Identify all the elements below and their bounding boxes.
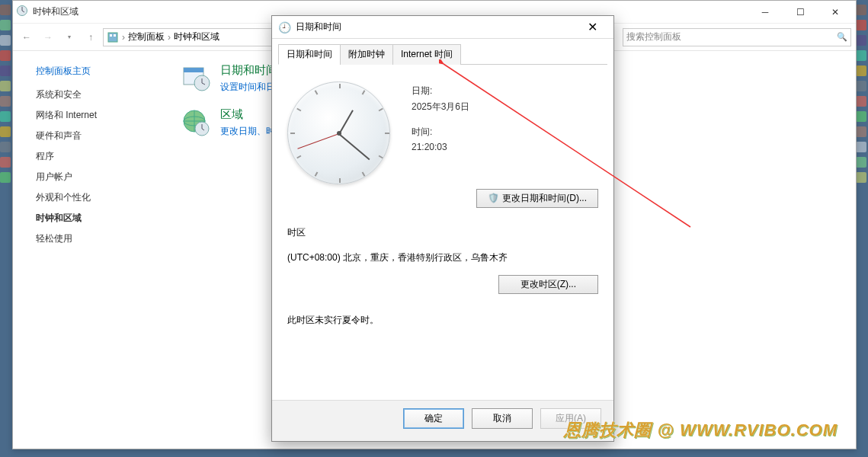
search-icon: 🔍 [837, 32, 847, 42]
dialog-close-button[interactable]: ✕ [577, 17, 607, 38]
dialog-titlebar[interactable]: 🕘 日期和时间 ✕ [272, 16, 613, 39]
svg-rect-2 [110, 34, 112, 37]
back-button[interactable]: ← [18, 28, 36, 46]
sidebar-item-appearance[interactable]: 外观和个性化 [36, 191, 158, 204]
tab-datetime[interactable]: 日期和时间 [278, 44, 341, 65]
up-button[interactable]: ↑ [82, 28, 100, 46]
svg-rect-5 [184, 68, 203, 72]
dialog-title: 日期和时间 [296, 21, 341, 34]
globe-clock-icon [181, 107, 211, 138]
date-label: 日期: [412, 85, 469, 97]
dialog-button-row: 确定 取消 应用(A) [272, 400, 613, 441]
svg-rect-1 [108, 33, 117, 42]
datetime-dialog: 🕘 日期和时间 ✕ 日期和时间 附加时钟 Internet 时间 日期: 202… [271, 15, 614, 442]
timezone-value: (UTC+08:00) 北京，重庆，香港特别行政区，乌鲁木齐 [287, 251, 598, 264]
sidebar-item-system-security[interactable]: 系统和安全 [36, 88, 158, 101]
button-label: 更改日期和时间(D)... [502, 193, 587, 203]
datetime-readout: 日期: 2025年3月6日 时间: 21:20:03 [412, 81, 469, 184]
calendar-clock-icon [181, 63, 211, 94]
desktop-right-strip [856, 0, 868, 457]
change-datetime-button[interactable]: 🛡️更改日期和时间(D)... [476, 189, 598, 208]
forward-button[interactable]: → [39, 28, 57, 46]
sidebar-header[interactable]: 控制面板主页 [36, 65, 158, 78]
search-placeholder: 搜索控制面板 [626, 30, 681, 43]
sidebar-item-hardware-sound[interactable]: 硬件和声音 [36, 129, 158, 142]
sidebar-item-clock-region[interactable]: 时钟和区域 [36, 212, 158, 225]
breadcrumb-sep: › [168, 32, 171, 43]
analog-clock [287, 81, 390, 184]
date-value: 2025年3月6日 [412, 101, 469, 113]
breadcrumb-root[interactable]: 控制面板 [128, 30, 165, 43]
sidebar-item-user-accounts[interactable]: 用户帐户 [36, 171, 158, 184]
clock-app-icon [16, 5, 28, 19]
search-input[interactable]: 搜索控制面板 🔍 [623, 28, 851, 46]
tab-internet-time[interactable]: Internet 时间 [392, 44, 461, 65]
button-label: 更改时区(Z)... [520, 279, 576, 289]
tab-panel-datetime: 日期: 2025年3月6日 时间: 21:20:03 🛡️更改日期和时间(D).… [272, 65, 613, 400]
sidebar-item-network-internet[interactable]: 网络和 Internet [36, 109, 158, 122]
watermark: 恩腾技术圈 @ WWW.RVIBO.COM [564, 419, 838, 442]
minimize-button[interactable]: ─ [748, 1, 783, 24]
sidebar-item-programs[interactable]: 程序 [36, 150, 158, 163]
cancel-button[interactable]: 取消 [472, 408, 533, 429]
change-timezone-button[interactable]: 更改时区(Z)... [498, 275, 598, 294]
close-button[interactable]: ✕ [818, 1, 853, 24]
tab-additional-clocks[interactable]: 附加时钟 [340, 44, 393, 65]
timezone-section-label: 时区 [287, 226, 598, 239]
shield-icon: 🛡️ [488, 193, 499, 203]
dst-note: 此时区未实行夏令时。 [287, 314, 598, 327]
tabs: 日期和时间 附加时钟 Internet 时间 [278, 43, 607, 65]
maximize-button[interactable]: ☐ [783, 1, 818, 24]
sidebar: 控制面板主页 系统和安全 网络和 Internet 硬件和声音 程序 用户帐户 … [13, 51, 165, 449]
history-dropdown[interactable]: ▾ [60, 28, 78, 46]
svg-rect-3 [114, 34, 116, 37]
breadcrumb-sep: › [122, 32, 125, 43]
breadcrumb-current[interactable]: 时钟和区域 [174, 30, 219, 43]
time-label: 时间: [412, 126, 469, 139]
clock-icon: 🕘 [278, 21, 291, 34]
desktop-left-strip [0, 0, 12, 457]
control-panel-icon [107, 31, 119, 43]
window-title: 时钟和区域 [33, 5, 78, 18]
ok-button[interactable]: 确定 [403, 408, 464, 429]
time-value: 21:20:03 [412, 142, 469, 152]
sidebar-item-ease-of-access[interactable]: 轻松使用 [36, 232, 158, 245]
